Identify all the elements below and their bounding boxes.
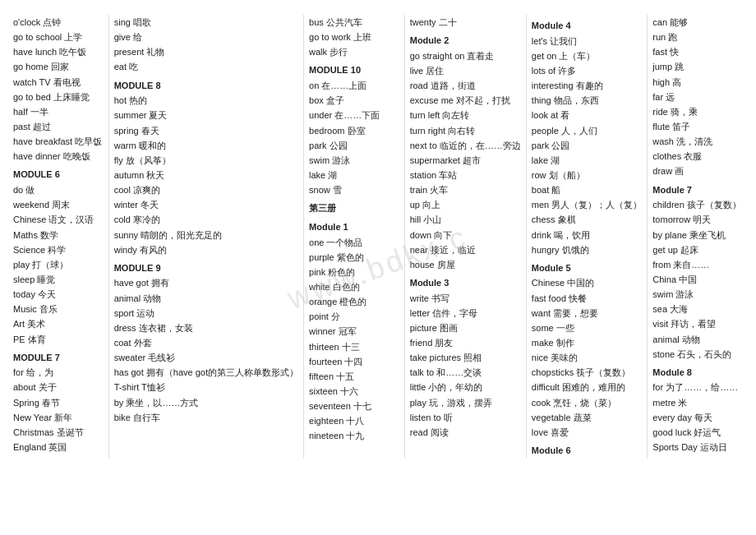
chinese-translation: 乘坐飞机 — [689, 230, 726, 240]
english-word: fly — [114, 155, 123, 165]
vocab-entry: Christmas 圣诞节 — [13, 425, 104, 440]
english-word: some — [532, 323, 554, 333]
vocab-entry: Science 科学 — [13, 242, 104, 257]
vocab-entry: get up 起床 — [652, 242, 743, 257]
vocab-entry: sea 大海 — [652, 302, 743, 316]
english-word: about — [13, 382, 36, 392]
section-title: Module 5 — [532, 261, 642, 276]
vocab-entry: go straight on 直着走 — [410, 48, 521, 63]
english-word: read — [410, 427, 428, 437]
vocab-entry: row 划（船） — [532, 168, 642, 182]
chinese-translation: 起床 — [680, 245, 698, 255]
english-word: seventeen — [309, 401, 351, 411]
chinese-translation: 点钟 — [43, 17, 61, 27]
vocab-entry: can 能够 — [652, 15, 743, 30]
chinese-translation: 十四 — [344, 357, 362, 367]
vocab-entry: hill 小山 — [410, 212, 521, 227]
vocab-entry: want 需要，想要 — [532, 306, 642, 321]
chinese-translation: 照相 — [463, 353, 482, 362]
english-word: picture — [410, 323, 437, 333]
vocab-entry: park 公园 — [309, 138, 399, 153]
chinese-translation: 关于 — [39, 382, 57, 392]
english-word: visit — [652, 319, 668, 329]
vocab-entry: purple 紫色的 — [309, 250, 399, 265]
english-word: supermarket — [410, 155, 460, 165]
vocab-entry: weekend 周末 — [13, 197, 104, 212]
vocab-entry: do 做 — [13, 182, 104, 197]
chinese-translation: 居住 — [426, 66, 444, 76]
english-word: bedroom — [309, 126, 344, 136]
english-word: can — [652, 17, 667, 27]
vocab-entry: half 一半 — [13, 104, 104, 119]
chinese-translation: 体育 — [28, 334, 46, 344]
chinese-translation: 紫色的 — [337, 252, 364, 262]
column-3: bus 公共汽车go to work 上班walk 步行MODULE 10on … — [304, 15, 405, 459]
vocab-entry: visit 拜访，看望 — [652, 316, 743, 331]
english-word: ride — [652, 107, 667, 117]
main-content: o'clock 点钟go to school 上学have lunch 吃午饭g… — [8, 15, 748, 459]
vocab-entry: Sports Day 运动日 — [652, 440, 743, 454]
chinese-translation: 一半 — [30, 107, 48, 117]
chinese-translation: 孩子（复数） — [687, 200, 741, 210]
vocab-entry: play 打（球） — [13, 257, 104, 272]
chinese-translation: 游泳 — [332, 155, 350, 165]
chinese-translation: 拜访，看望 — [671, 319, 716, 329]
vocab-entry: bike 自行车 — [114, 410, 298, 425]
vocab-entry: children 孩子（复数） — [652, 197, 743, 212]
chinese-translation: 饥饿的 — [562, 245, 589, 255]
chinese-translation: 石头，石头的 — [677, 349, 731, 359]
vocab-entry: have breakfast 吃早饭 — [13, 134, 104, 149]
chinese-translation: 粉色的 — [328, 267, 355, 277]
chinese-translation: 有趣的 — [576, 81, 603, 90]
english-word: boat — [532, 185, 549, 195]
english-word: flute — [652, 122, 670, 131]
english-word: sweater — [114, 353, 146, 362]
chinese-translation: 骑，乘 — [671, 107, 698, 117]
section-title: MODULE 7 — [13, 350, 104, 366]
english-word: spring — [114, 126, 139, 136]
english-word: cold — [114, 214, 131, 224]
chinese-translation: 上床睡觉 — [53, 92, 90, 102]
chinese-translation: 船 — [551, 185, 560, 195]
vocab-entry: go to school 上学 — [13, 30, 104, 44]
vocab-entry: walk 步行 — [309, 44, 399, 59]
english-word: twenty — [410, 17, 436, 27]
english-word: Science — [13, 245, 45, 255]
chinese-translation: 放（风筝） — [126, 155, 171, 165]
vocab-entry: make 制作 — [532, 335, 642, 350]
chinese-translation: 公园 — [551, 141, 569, 150]
vocab-entry: animal 动物 — [652, 332, 743, 347]
chinese-translation: 小山 — [423, 214, 441, 224]
english-word: one — [309, 238, 324, 247]
chinese-translation: 男人（复）；人（复） — [551, 200, 642, 210]
vocab-entry: excuse me 对不起，打扰 — [410, 93, 521, 108]
chinese-translation: 物品，东西 — [554, 95, 599, 105]
chinese-translation: 在……上面 — [321, 81, 366, 90]
chinese-translation: 卧室 — [348, 126, 366, 136]
vocab-entry: play 玩，游戏，摆弄 — [410, 395, 521, 410]
chinese-translation: 公园 — [330, 141, 348, 150]
chinese-translation: 春节 — [42, 398, 60, 408]
vocab-entry: has got 拥有（have got的第三人称单数形式） — [114, 365, 298, 380]
vocab-entry: get on 上（车） — [532, 48, 642, 63]
vocab-entry: Chinese 中国的 — [532, 275, 642, 290]
chinese-translation: 中国 — [679, 274, 697, 284]
english-word: friend — [410, 338, 433, 348]
chinese-translation: 来自…… — [673, 260, 709, 270]
english-word: draw — [652, 166, 672, 176]
vocab-entry: twenty 二十 — [410, 15, 521, 30]
english-word: purple — [309, 252, 334, 262]
vocab-entry: chopsticks 筷子（复数） — [532, 365, 642, 380]
chinese-translation: 玩，游戏，摆弄 — [429, 398, 492, 408]
vocab-entry: chess 象棋 — [532, 212, 642, 227]
english-word: jump — [652, 62, 672, 71]
vocab-entry: look at 看 — [532, 108, 642, 122]
vocab-entry: turn left 向左转 — [410, 108, 521, 122]
vocab-entry: PE 体育 — [13, 332, 104, 347]
chinese-translation: 吃午饭 — [59, 47, 86, 57]
chinese-translation: 图画 — [440, 323, 458, 333]
vocab-entry: little 小的，年幼的 — [410, 380, 521, 394]
section-title: Module 4 — [532, 18, 642, 34]
chinese-translation: 公共汽车 — [326, 17, 362, 27]
vocab-entry: next to 临近的，在……旁边 — [410, 138, 521, 153]
